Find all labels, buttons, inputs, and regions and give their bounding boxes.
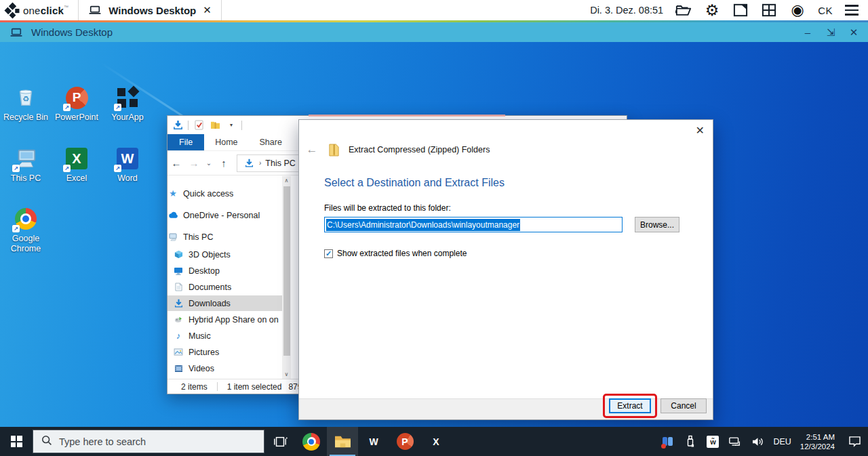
sidebar-item-documents[interactable]: Documents bbox=[167, 279, 283, 295]
session-tab-close-icon[interactable]: ✕ bbox=[201, 4, 213, 16]
svg-text:♻: ♻ bbox=[22, 95, 29, 103]
destination-path-input[interactable]: C:\Users\Administrator\Downloads\winlayo… bbox=[324, 217, 623, 232]
taskbar-file-explorer[interactable] bbox=[327, 427, 358, 456]
taskbar-search-box[interactable]: Type here to search bbox=[33, 430, 264, 453]
settings-gear-icon[interactable]: ⚙ bbox=[704, 2, 720, 18]
status-items-count: 2 items bbox=[181, 382, 208, 392]
extract-dialog: ✕ ← Extract Compressed (Zipped) Folders … bbox=[298, 119, 713, 420]
menu-hamburger-icon[interactable] bbox=[845, 5, 859, 16]
taskbar-powerpoint[interactable]: P bbox=[389, 427, 420, 456]
desktop-icon-excel[interactable]: X ↗ Excel bbox=[51, 146, 102, 184]
close-icon[interactable]: ✕ bbox=[848, 26, 860, 39]
browse-button[interactable]: Browse... bbox=[635, 217, 679, 232]
w-app-tray-icon[interactable]: w̃ bbox=[706, 435, 719, 449]
start-button[interactable] bbox=[0, 427, 33, 456]
desktop-icon-powerpoint[interactable]: P ↗ PowerPoint bbox=[51, 85, 102, 123]
breadcrumb-chevron-icon: › bbox=[259, 159, 261, 167]
excel-icon: X bbox=[428, 434, 444, 450]
tab-share[interactable]: Share bbox=[249, 134, 293, 150]
dialog-close-icon[interactable]: ✕ bbox=[696, 124, 705, 137]
sidebar-item-3d-objects[interactable]: 3D Objects bbox=[167, 247, 283, 262]
files-icon[interactable] bbox=[675, 2, 692, 18]
word-icon: W ↗ bbox=[115, 146, 140, 171]
shortcut-arrow-icon: ↗ bbox=[114, 104, 121, 111]
taskbar-chrome[interactable] bbox=[296, 427, 327, 456]
navigation-pane: ★ Quick access OneDrive - Personal This … bbox=[167, 176, 283, 379]
cloud-icon bbox=[167, 211, 178, 219]
scroll-down-icon[interactable]: ∨ bbox=[285, 371, 289, 377]
shortcut-arrow-icon: ↗ bbox=[63, 165, 71, 172]
sidebar-item-desktop[interactable]: Desktop bbox=[167, 263, 283, 278]
scroll-up-icon[interactable]: ∧ bbox=[285, 178, 289, 184]
desktop-icon-yourapp[interactable]: ↗ YourApp bbox=[102, 85, 153, 123]
sidebar-item-music[interactable]: ♪ Music bbox=[167, 328, 283, 344]
checkbox-checked-icon[interactable]: ✓ bbox=[324, 249, 333, 258]
clock-date: 12/3/2024 bbox=[800, 442, 835, 451]
video-icon bbox=[173, 365, 184, 373]
excel-icon: X ↗ bbox=[64, 146, 89, 171]
topbar-datetime: Di. 3. Dez. 08:51 bbox=[590, 5, 663, 16]
record-icon[interactable]: ◉ bbox=[789, 2, 806, 18]
taskbar-word[interactable]: W bbox=[358, 427, 389, 456]
sidebar-item-downloads[interactable]: Downloads bbox=[167, 295, 283, 311]
task-view-button[interactable] bbox=[264, 427, 296, 456]
picture-icon bbox=[173, 348, 184, 356]
word-icon: W bbox=[366, 434, 382, 450]
network-icon[interactable] bbox=[728, 435, 742, 449]
volume-icon[interactable] bbox=[751, 435, 764, 449]
checkbox-label: Show extracted files when complete bbox=[337, 249, 467, 258]
taskbar-clock[interactable]: 2:51 AM 12/3/2024 bbox=[800, 432, 835, 451]
dialog-instruction: Select a Destination and Extract Files bbox=[324, 177, 505, 189]
download-arrow-icon bbox=[173, 299, 184, 308]
star-icon: ★ bbox=[167, 188, 178, 199]
sidebar-item-onedrive[interactable]: OneDrive - Personal bbox=[167, 207, 283, 223]
desktop-icon-word[interactable]: W ↗ Word bbox=[102, 146, 153, 184]
chrome-icon bbox=[302, 433, 320, 451]
downloads-crumb-icon bbox=[243, 157, 255, 169]
cancel-button[interactable]: Cancel bbox=[660, 398, 707, 413]
up-icon[interactable]: ↑ bbox=[215, 157, 233, 169]
desktop-icon-recycle-bin[interactable]: ♻ Recycle Bin bbox=[0, 85, 52, 123]
desktop-icon-this-pc[interactable]: ↗ This PC bbox=[0, 146, 52, 184]
user-initials-badge[interactable]: CK bbox=[818, 5, 833, 16]
dialog-back-icon[interactable]: ← bbox=[305, 143, 319, 157]
qat-customize-chevron-icon[interactable]: ▾ bbox=[225, 119, 237, 131]
taskbar-excel[interactable]: X bbox=[420, 427, 452, 456]
tab-file[interactable]: File bbox=[167, 134, 204, 150]
back-icon[interactable]: ← bbox=[167, 157, 185, 169]
sidebar-item-quick-access[interactable]: ★ Quick access bbox=[167, 186, 283, 201]
laptop-icon bbox=[87, 2, 103, 18]
sidebar-item-hybrid-app-share[interactable]: Hybrid App Share on on bbox=[167, 312, 283, 327]
qat-properties-icon[interactable] bbox=[193, 119, 205, 131]
sidebar-item-videos[interactable]: Videos bbox=[167, 360, 283, 376]
fullscreen-icon[interactable] bbox=[732, 2, 749, 18]
desktop-icon-google-chrome[interactable]: ↗ Google Chrome bbox=[0, 207, 52, 254]
minimize-icon[interactable]: – bbox=[802, 26, 814, 38]
cube-icon bbox=[173, 250, 184, 259]
breadcrumb-this-pc[interactable]: This PC bbox=[265, 159, 295, 168]
this-pc-icon: ↗ bbox=[14, 146, 38, 171]
qat-new-folder-icon[interactable] bbox=[209, 119, 221, 131]
sidebar-item-this-pc[interactable]: This PC bbox=[167, 229, 283, 245]
recent-locations-chevron-icon[interactable]: ⌄ bbox=[203, 159, 215, 167]
show-files-checkbox-row[interactable]: ✓ Show extracted files when complete bbox=[324, 249, 467, 258]
app-notification-icon[interactable] bbox=[661, 435, 675, 449]
tab-home[interactable]: Home bbox=[204, 134, 248, 150]
usb-device-icon[interactable] bbox=[684, 435, 697, 449]
sidebar-item-pictures[interactable]: Pictures bbox=[167, 344, 283, 360]
shortcut-arrow-icon: ↗ bbox=[114, 165, 121, 172]
action-center-icon[interactable] bbox=[848, 435, 861, 449]
powerpoint-icon: P bbox=[397, 433, 414, 450]
system-tray: w̃ DEU 2:51 AM 12/3/2024 bbox=[661, 432, 868, 451]
restore-icon[interactable]: ⇲ bbox=[825, 26, 837, 39]
forward-icon[interactable]: → bbox=[185, 157, 203, 169]
topbar-controls: Di. 3. Dez. 08:51 ⚙ ◉ CK bbox=[590, 2, 868, 18]
selected-path-text: C:\Users\Administrator\Downloads\winlayo… bbox=[326, 219, 520, 231]
recycle-bin-icon: ♻ bbox=[14, 85, 38, 110]
session-tab[interactable]: Windows Desktop ✕ bbox=[78, 0, 222, 20]
scrollbar-thumb[interactable] bbox=[283, 186, 290, 356]
session-tab-label: Windows Desktop bbox=[108, 5, 196, 16]
keyboard-language-indicator[interactable]: DEU bbox=[773, 437, 791, 447]
multi-monitor-grid-icon[interactable] bbox=[761, 2, 777, 18]
shortcut-arrow-icon: ↗ bbox=[12, 225, 20, 232]
